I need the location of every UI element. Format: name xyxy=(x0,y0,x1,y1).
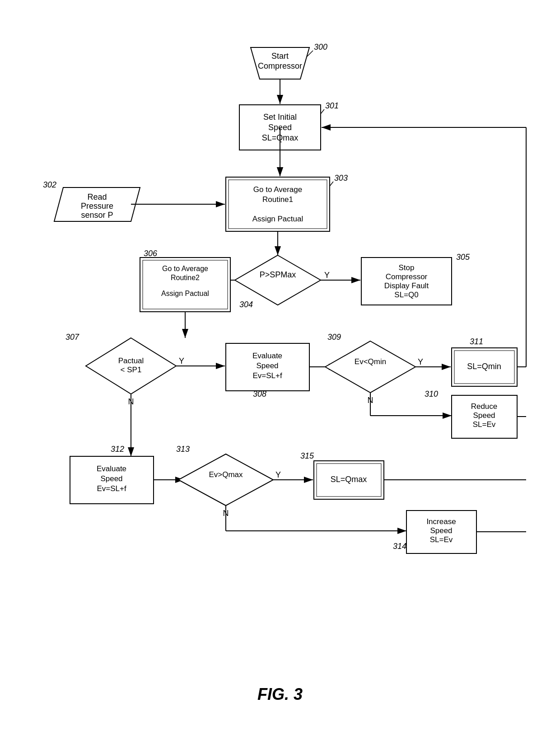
node-315-label: SL=Qmax xyxy=(331,475,367,484)
node-306-label1: Go to Average xyxy=(162,265,208,272)
ref-315: 315 xyxy=(300,451,314,460)
node-308-label1: Evaluate xyxy=(252,351,282,360)
node-303-label2: Routine1 xyxy=(262,195,293,204)
node-314-label2: Speed xyxy=(430,526,452,535)
figure-caption: FIG. 3 xyxy=(257,685,303,704)
node-312-label2: Speed xyxy=(100,474,122,483)
ref-302: 302 xyxy=(43,180,56,189)
ref-314: 314 xyxy=(393,542,406,551)
start-label: Start xyxy=(271,52,289,61)
node-310-label1: Reduce xyxy=(471,402,498,411)
node-307-label2: < SP1 xyxy=(121,366,142,374)
start-label2: Compressor xyxy=(258,61,302,70)
node-302-label1: Read xyxy=(87,192,107,201)
node-303-label4: Assign Pactual xyxy=(252,215,303,223)
ref-312: 312 xyxy=(111,445,124,454)
svg-line-3 xyxy=(321,109,324,114)
node-304 xyxy=(235,255,321,305)
ref-304: 304 xyxy=(239,300,253,309)
label-y-309: Y xyxy=(418,357,423,366)
ref-306: 306 xyxy=(144,249,158,258)
ref-308: 308 xyxy=(253,389,266,398)
node-305-label4: SL=Q0 xyxy=(394,291,418,299)
ref-303: 303 xyxy=(334,173,348,183)
ref-311: 311 xyxy=(470,337,483,346)
node-302-label2: Pressure xyxy=(81,201,113,211)
node-305-label2: Compressor xyxy=(386,272,428,281)
node-309-label1: Ev<Qmin xyxy=(355,357,386,366)
node-312-label1: Evaluate xyxy=(97,464,126,473)
label-y-304: Y xyxy=(324,271,330,280)
node-302-label3: sensor P xyxy=(81,211,113,220)
ref-313: 313 xyxy=(176,445,190,454)
svg-line-7 xyxy=(330,182,333,186)
node-305-label3: Display Fault xyxy=(384,281,429,290)
node-313-label1: Ev>Qmax xyxy=(209,470,243,479)
node-314-label3: SL=Ev xyxy=(430,535,453,544)
ref-301: 301 xyxy=(325,101,339,110)
label-y-313: Y xyxy=(275,470,281,479)
node-308-label3: Ev=SL+f xyxy=(252,371,282,380)
node-314-label1: Increase xyxy=(426,517,456,526)
node-304-label1: P>SPMax xyxy=(260,270,296,279)
flowchart-diagram: Start Compressor 300 Set Initial Speed S… xyxy=(0,0,560,731)
node-303-label1: Go to Average xyxy=(253,185,302,194)
node-309 xyxy=(325,341,415,393)
node-306-label2: Routine2 xyxy=(171,274,200,281)
node-301-label1: Set Initial xyxy=(263,112,297,122)
ref-310: 310 xyxy=(425,389,438,398)
ref-307: 307 xyxy=(65,333,79,342)
ref-305: 305 xyxy=(456,253,470,262)
label-y-307: Y xyxy=(179,356,184,366)
node-306-label3: Assign Pactual xyxy=(161,290,209,297)
node-305-label1: Stop xyxy=(399,263,415,272)
node-308-label2: Speed xyxy=(256,361,278,370)
node-310-label3: SL=Ev xyxy=(473,420,496,429)
ref-300: 300 xyxy=(314,42,327,52)
node-307-label1: Pactual xyxy=(118,356,144,365)
node-313 xyxy=(178,454,273,506)
node-311-label: SL=Qmin xyxy=(467,362,501,371)
ref-309: 309 xyxy=(327,333,341,342)
node-312-label3: Ev=SL+f xyxy=(97,484,126,493)
node-310-label2: Speed xyxy=(473,411,495,420)
